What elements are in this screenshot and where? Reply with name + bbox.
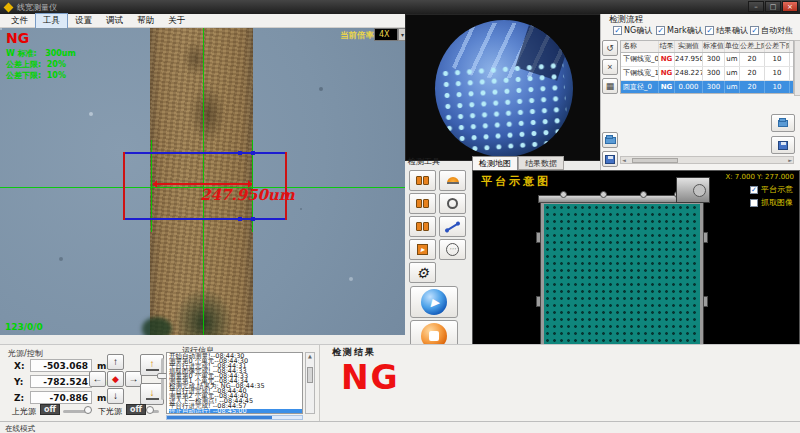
save-image-button[interactable] [771,136,795,154]
lower-light-slider-thumb[interactable] [146,406,154,414]
tool-dots-button[interactable]: ⋯ [439,239,466,260]
measure-handle[interactable] [238,151,242,155]
runlog-box[interactable]: 开始自动测量!--08:44:30 测量第0 个单元--08:44:30 平台行… [166,352,303,414]
jog-center-button[interactable]: ◆ [107,371,124,387]
light-control-title: 光源/控制 [8,348,43,359]
table-row-selected[interactable]: 圆直径_0 NG 0.000 300 um 20 10 % [621,81,794,94]
pad-icon [416,222,422,231]
table-vertical-scrollbar[interactable] [794,40,800,96]
col-unit: 单位 [725,41,740,52]
menu-file[interactable]: 文件 [4,14,35,28]
checkbox-platform-view[interactable]: ✓ 平台示意 [750,184,793,195]
checkbox-icon: ✓ [750,186,758,194]
rail-roller [600,191,607,198]
checkbox-mark-confirm[interactable]: ✓ Mark确认 [656,25,703,36]
checkbox-grab-image[interactable]: 抓取图像 [750,197,793,208]
save-button[interactable] [602,151,618,167]
start-button[interactable]: ▶ [410,286,458,318]
tab-detection-map[interactable]: 检测地图 [472,156,518,170]
jog-up-button[interactable]: ↑ [107,354,124,370]
chevron-down-icon[interactable]: ▾ [398,28,405,41]
roi-left-line [123,152,125,220]
minimize-button[interactable]: – [748,1,764,12]
width-arrow [153,183,252,185]
rotate-icon[interactable]: ↺ [602,40,618,56]
measure-counter: 123/0/0 [5,322,43,332]
pad-icon [416,199,422,208]
lamp-icon [447,177,459,184]
checkbox-autofocus[interactable]: ✓ 自动对焦 [750,25,793,36]
app-window: 线宽测量仪 – □ × 文件 工具 设置 调试 帮助 关于 247.950um [0,0,800,433]
scroll-left-icon[interactable]: ◄ [622,157,626,163]
upper-light-toggle[interactable]: off [40,404,60,415]
delete-icon[interactable]: × [602,59,618,75]
tool-arrow-button[interactable]: ▸ [409,239,436,260]
table-horizontal-scrollbar[interactable]: ◄ ► [620,156,794,164]
tool-settings-button[interactable]: ⚙ [409,262,436,283]
camera-head [676,177,710,203]
jog-down-button[interactable]: ↓ [107,388,124,404]
crosshair-vertical-line [203,28,204,335]
menu-debug[interactable]: 调试 [99,14,130,28]
load-image-button[interactable] [771,114,795,132]
focus-slider-track[interactable] [161,358,164,400]
table-row[interactable]: 下铜线宽_0 NG 247.950 300 um 20 10 % [621,53,794,67]
circle-icon [447,198,458,209]
menu-tools[interactable]: 工具 [35,13,68,29]
lower-light-toggle[interactable]: off [126,404,146,415]
width-value-label: 247.950um [200,186,295,204]
close-button[interactable]: × [782,1,798,12]
tool-lamp-button[interactable] [439,170,466,191]
menu-settings[interactable]: 设置 [68,14,99,28]
camera-view[interactable]: 247.950um NG W 标准: 300um 公差上限: 20% 公差下限:… [0,28,405,335]
runlog-vertical-scrollbar[interactable]: ▲ [305,352,315,414]
table-row[interactable]: 下铜线宽_1 NG 248.227 300 um 20 10 % [621,67,794,81]
checkbox-ng-confirm[interactable]: ✓ NG确认 [613,25,652,36]
scrollbar-thumb[interactable] [307,367,313,383]
menu-help[interactable]: 帮助 [130,14,161,28]
panel-divider [319,345,320,421]
col-standard: 标准值 [703,41,725,52]
tab-result-data[interactable]: 结果数据 [518,156,564,170]
z-up-arrow-icon: ↑ [150,359,155,368]
play-icon: ▶ [421,289,447,315]
measure-handle[interactable] [251,151,255,155]
checkbox-result-confirm[interactable]: ✓ 结果确认 [705,25,748,36]
maximize-button[interactable]: □ [765,1,781,12]
tool-line-button[interactable] [439,216,466,237]
scroll-up-icon[interactable]: ▲ [308,353,312,359]
tool-circle-button[interactable] [439,193,466,214]
save-icon [605,155,615,164]
upper-light-slider-thumb[interactable] [84,406,92,414]
pad-icon [423,176,429,185]
grid-icon[interactable]: ▦ [602,78,618,94]
save-image-icon [778,141,788,150]
runlog-horizontal-scrollbar[interactable] [166,415,303,420]
map-coordinates: X: 7.000 Y: 277.000 [725,173,794,181]
axis-y-value: -782.524 [30,375,92,388]
tool-pads-pitch-button[interactable] [409,216,436,237]
open-folder-button[interactable] [602,132,618,148]
status-bar: 在线模式 [0,421,800,433]
scope-panel [405,14,602,161]
stage-clamp [536,296,541,307]
axis-x-value: -503.068 [30,359,92,372]
scrollbar-thumb[interactable] [632,158,678,163]
scroll-right-icon[interactable]: ► [788,157,792,163]
tolerance-info: W 标准: 300um 公差上限: 20% 公差下限: 10% [6,48,76,81]
tool-pads-width-button[interactable] [409,170,436,191]
magnification-select[interactable]: 4X [374,28,398,41]
rail-roller [640,191,647,198]
measure-handle[interactable] [238,217,242,221]
measure-handle[interactable] [251,217,255,221]
axis-z-value: -70.886 [30,391,92,404]
checkbox-label: 抓取图像 [761,197,793,208]
tool-pads-gap-button[interactable] [409,193,436,214]
checkbox-label: 平台示意 [761,184,793,195]
jog-left-button[interactable]: ← [89,371,106,387]
window-title: 线宽测量仪 [17,2,57,13]
lower-light-label: 下光源 [98,406,122,417]
checkbox-icon: ✓ [750,26,759,35]
pad-icon [416,176,422,185]
menu-about[interactable]: 关于 [161,14,192,28]
